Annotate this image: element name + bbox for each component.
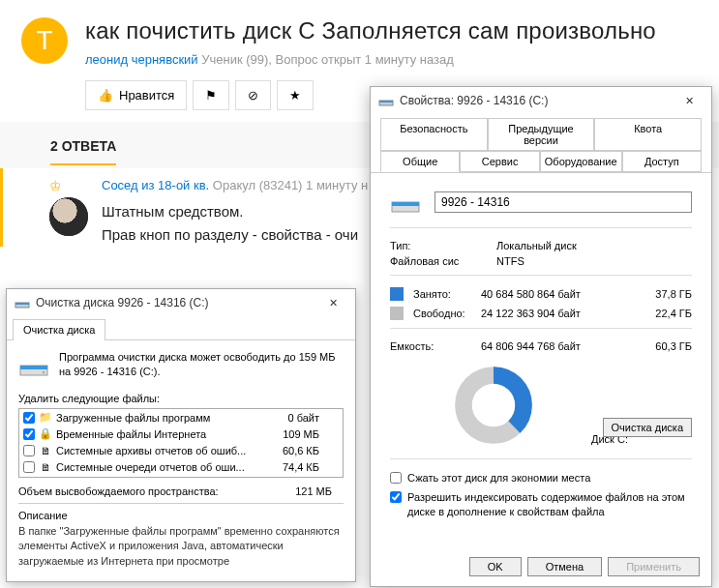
disk-cleanup-button[interactable]: Очистка диска xyxy=(603,418,692,437)
author-meta: Ученик (99), Вопрос открыт 1 минуту наза… xyxy=(201,52,454,67)
close-button[interactable]: ✕ xyxy=(674,91,704,110)
drive-icon xyxy=(15,295,30,310)
tab-hardware[interactable]: Оборудование xyxy=(540,151,622,172)
file-list: 📁Загруженные файлы программ0 байт 🔒Време… xyxy=(18,408,344,478)
used-swatch xyxy=(390,287,404,301)
answer-line: Прав кноп по разделу - свойства - очи xyxy=(102,223,368,247)
drive-icon xyxy=(390,187,421,218)
svg-rect-6 xyxy=(379,101,393,103)
thumbs-up-icon: 👍 xyxy=(98,88,113,103)
tab-security[interactable]: Безопасность xyxy=(380,118,488,151)
block-button[interactable]: ⊘ xyxy=(235,80,271,110)
type-value: Локальный диск xyxy=(496,240,577,251)
capacity-label: Емкость: xyxy=(390,340,481,352)
block-icon: ⊘ xyxy=(248,88,258,103)
flag-icon: ⚑ xyxy=(205,88,217,103)
answer-line: Штатным средством. xyxy=(102,200,368,223)
disk-name-input[interactable] xyxy=(434,191,692,213)
index-label: Разрешить индексировать содержимое файло… xyxy=(407,490,692,518)
free-bytes: 24 122 363 904 байт xyxy=(481,308,607,319)
cleanup-info: Программа очистки диска может освободить… xyxy=(59,350,344,380)
item-name: Системные очереди отчетов об оши... xyxy=(56,461,283,473)
index-checkbox[interactable] xyxy=(390,491,402,503)
cancel-button[interactable]: Отмена xyxy=(527,557,602,576)
list-item[interactable]: 📁Загруженные файлы программ0 байт xyxy=(19,409,343,426)
capacity-gb: 60,3 ГБ xyxy=(655,340,692,352)
used-gb: 37,8 ГБ xyxy=(655,288,692,300)
checkbox[interactable] xyxy=(23,445,35,456)
freed-label: Объем высвобождаемого пространства: xyxy=(18,485,219,497)
svg-rect-1 xyxy=(15,303,29,305)
checkbox[interactable] xyxy=(23,461,35,473)
item-size: 109 МБ xyxy=(283,428,339,440)
svg-rect-8 xyxy=(392,202,419,206)
ok-button[interactable]: OK xyxy=(469,557,522,576)
item-size: 0 байт xyxy=(287,412,339,424)
tab-quota[interactable]: Квота xyxy=(594,118,702,151)
item-name: Системные архивы отчетов об ошиб... xyxy=(56,445,283,456)
crown-icon: ♔ xyxy=(49,178,88,193)
capacity-bytes: 64 806 944 768 байт xyxy=(481,340,607,352)
usage-donut xyxy=(454,366,533,445)
file-icon: 🗎 xyxy=(39,444,52,457)
author-link[interactable]: леонид чернявский xyxy=(85,52,198,67)
question-meta: леонид чернявский Ученик (99), Вопрос от… xyxy=(85,52,656,67)
used-label: Занято: xyxy=(413,288,481,300)
tab-tools[interactable]: Сервис xyxy=(460,151,539,172)
item-size: 74,4 КБ xyxy=(283,461,339,473)
close-icon: ✕ xyxy=(329,297,338,309)
free-swatch xyxy=(390,307,404,320)
star-icon: ★ xyxy=(289,88,301,103)
tab-cleanup[interactable]: Очистка диска xyxy=(13,319,105,340)
tab-previous-versions[interactable]: Предыдущие версии xyxy=(488,118,595,151)
answer-time: 1 минуту н xyxy=(306,178,368,192)
compress-checkbox[interactable] xyxy=(390,472,402,484)
list-label: Удалить следующие файлы: xyxy=(18,393,344,404)
disk-cleanup-dialog: Очистка диска 9926 - 14316 (C:) ✕ Очистк… xyxy=(6,288,356,582)
freed-value: 121 МБ xyxy=(295,485,332,497)
tab-general[interactable]: Общие xyxy=(380,151,460,172)
close-icon: ✕ xyxy=(685,95,694,107)
item-name: Временные файлы Интернета xyxy=(56,428,283,440)
used-bytes: 40 684 580 864 байт xyxy=(481,288,607,300)
answer-rank: Оракул (83241) xyxy=(213,178,303,192)
answer-author-link[interactable]: Сосед из 18-ой кв. xyxy=(102,178,209,192)
fs-label: Файловая сис xyxy=(390,255,496,267)
list-item[interactable]: 🗎Системные очереди отчетов об оши...74,4… xyxy=(19,458,343,475)
answer-avatar xyxy=(49,197,88,236)
avatar: Т xyxy=(21,17,68,64)
like-label: Нравится xyxy=(119,88,174,103)
item-name: Загруженные файлы программ xyxy=(56,412,287,424)
drive-icon xyxy=(18,350,49,381)
folder-icon: 📁 xyxy=(39,411,52,425)
checkbox[interactable] xyxy=(23,412,35,424)
free-gb: 22,4 ГБ xyxy=(655,308,692,319)
svg-point-4 xyxy=(43,371,45,373)
star-button[interactable]: ★ xyxy=(277,80,314,110)
flag-button[interactable]: ⚑ xyxy=(193,80,229,110)
checkbox[interactable] xyxy=(23,428,35,440)
desc-label: Описание xyxy=(18,510,344,521)
free-label: Свободно: xyxy=(413,308,481,319)
dialog-title: Очистка диска 9926 - 14316 (C:) xyxy=(36,296,318,309)
file-icon: 🗎 xyxy=(39,460,52,474)
tab-sharing[interactable]: Доступ xyxy=(622,151,702,172)
list-item[interactable]: 🗎Системные архивы отчетов об ошиб...60,6… xyxy=(19,442,343,458)
svg-rect-3 xyxy=(20,366,47,369)
dialog-title: Свойства: 9926 - 14316 (C:) xyxy=(400,94,674,107)
lock-icon: 🔒 xyxy=(39,427,52,441)
apply-button[interactable]: Применить xyxy=(608,557,700,576)
type-label: Тип: xyxy=(390,240,496,251)
close-button[interactable]: ✕ xyxy=(318,293,347,312)
properties-dialog: Свойства: 9926 - 14316 (C:) ✕ Безопаснос… xyxy=(370,86,712,587)
desc-text: В папке "Загруженные файлы программ" вре… xyxy=(18,524,344,569)
item-size: 60,6 КБ xyxy=(283,445,339,456)
question-title: как почистить диск С Заполняется сам про… xyxy=(85,17,656,44)
list-item[interactable]: 🔒Временные файлы Интернета109 МБ xyxy=(19,426,343,442)
drive-icon xyxy=(378,93,394,108)
like-button[interactable]: 👍 Нравится xyxy=(85,80,187,110)
fs-value: NTFS xyxy=(496,255,524,267)
compress-label: Сжать этот диск для экономии места xyxy=(407,471,590,485)
